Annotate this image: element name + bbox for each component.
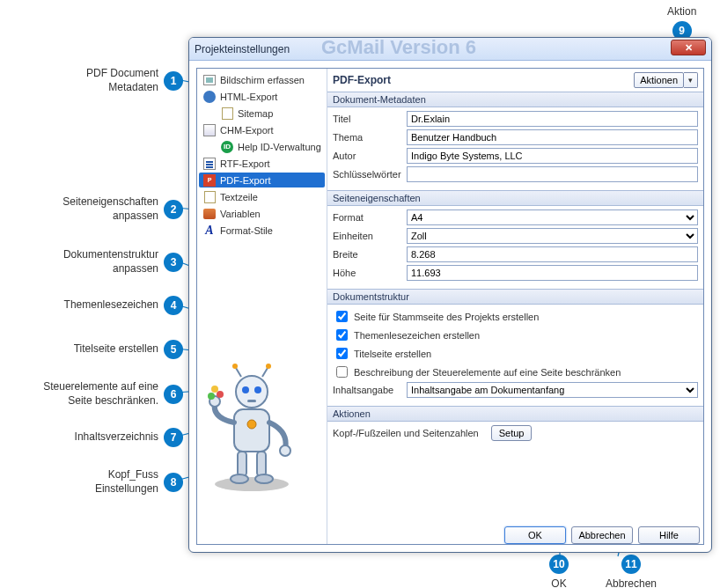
section-structure: Dokumentstruktur	[327, 289, 703, 305]
callout-7-label: Inhaltsverzeichnis	[62, 430, 158, 445]
callout-5-label: Titelseite erstellen	[53, 342, 158, 356]
callout-6-label: Steuerelemente auf eineSeite beschränken…	[26, 380, 158, 408]
actions-dropdown[interactable]: ▾	[684, 72, 698, 88]
tree-item-screen-capture[interactable]: Bildschirm erfassen	[199, 72, 325, 87]
tree-item-chm-export[interactable]: CHM-Export	[199, 122, 325, 137]
callout-10-bubble: 10	[549, 555, 569, 574]
svg-rect-26	[238, 452, 246, 476]
author-label: Autor	[333, 151, 403, 161]
callout-10-label: OK	[551, 577, 566, 588]
toc-label: Inhaltsangabe	[333, 385, 403, 395]
callout-9-label: Aktion	[667, 5, 696, 18]
content-pane: PDF-Export Aktionen ▾ Dokument-Metadaten…	[327, 69, 703, 544]
theme-input[interactable]	[407, 129, 698, 145]
keywords-input[interactable]	[407, 166, 698, 182]
chk-title-page[interactable]	[336, 348, 348, 359]
format-select[interactable]: A4	[407, 209, 698, 225]
format-label: Format	[333, 212, 403, 223]
height-label: Höhe	[333, 268, 403, 278]
chk-controls-one-page-label: Beschreibung der Steuerelemente auf eine…	[354, 367, 621, 378]
svg-line-17	[236, 368, 241, 377]
unit-select[interactable]: Zoll	[407, 228, 698, 244]
window-title: Projekteinstellungen	[195, 43, 290, 55]
tree-item-format-styles[interactable]: AFormat-Stile	[199, 223, 325, 238]
tree-item-html-export[interactable]: HTML-Export	[199, 89, 325, 104]
hf-label: Kopf-/Fußzeilen und Seitenzahlen	[333, 428, 479, 438]
chk-bookmarks[interactable]	[336, 329, 348, 341]
chk-controls-one-page[interactable]	[336, 366, 348, 378]
help-button[interactable]: Hilfe	[638, 526, 700, 544]
ok-button[interactable]: OK	[504, 526, 566, 544]
callout-5-bubble: 5	[164, 340, 183, 359]
callout-11-label: Abbrechen	[606, 577, 657, 588]
svg-point-25	[280, 445, 290, 456]
tree-item-rtf-export[interactable]: RTF-Export	[199, 156, 325, 171]
actions-button[interactable]: Aktionen	[634, 72, 684, 88]
cancel-button[interactable]: Abbrechen	[571, 526, 633, 544]
rtf-icon	[202, 157, 217, 171]
chk-title-page-label: Titelseite erstellen	[354, 349, 431, 359]
chevron-down-icon: ▾	[688, 76, 693, 85]
section-page: Seiteneigenschaften	[327, 190, 703, 206]
toc-select[interactable]: Inhaltsangabe am Dokumentanfang	[407, 382, 698, 398]
author-input[interactable]	[407, 148, 698, 164]
width-label: Breite	[333, 249, 403, 260]
svg-point-29	[255, 474, 273, 483]
chm-icon	[202, 123, 217, 137]
tree-item-help-id[interactable]: IDHelp ID-Verwaltung	[199, 139, 325, 154]
svg-point-13	[236, 376, 268, 408]
width-input[interactable]	[407, 246, 698, 262]
section-actions: Aktionen	[327, 406, 703, 422]
tree-item-pdf-export[interactable]: PPDF-Export	[199, 173, 325, 187]
robot-mascot-image	[199, 361, 305, 493]
svg-point-28	[231, 474, 248, 483]
callout-8-bubble: 8	[164, 473, 183, 492]
svg-point-24	[211, 386, 218, 393]
setup-button[interactable]: Setup	[491, 425, 533, 441]
callout-3-label: Dokumentenstrukturanpassen	[44, 248, 158, 276]
callout-8-label: Kopf_FussEinstellungen	[79, 468, 158, 496]
tree-item-sitemap[interactable]: Sitemap	[199, 106, 325, 121]
chk-root-page[interactable]	[336, 311, 348, 322]
callout-6-bubble: 6	[164, 385, 183, 404]
keywords-label: Schlüsselwörter	[333, 169, 403, 180]
behind-app-title: GcMail Version 6	[321, 36, 476, 59]
unit-label: Einheiten	[333, 231, 403, 241]
callout-2-bubble: 2	[164, 200, 183, 219]
svg-point-11	[215, 477, 289, 491]
globe-icon	[202, 90, 217, 104]
callout-3-bubble: 3	[164, 253, 183, 272]
titlebar[interactable]: Projekteinstellungen GcMail Version 6 ✕	[189, 38, 711, 61]
callout-2-label: Seiteneigenschaftenanpassen	[44, 195, 158, 223]
title-label: Titel	[333, 114, 403, 124]
content-title: PDF-Export	[333, 74, 391, 86]
svg-line-19	[262, 368, 268, 377]
svg-point-15	[254, 386, 261, 393]
callout-4-label: Themenlesezeichen	[44, 298, 158, 312]
page-icon	[220, 107, 234, 121]
svg-point-30	[247, 420, 256, 429]
svg-point-18	[232, 364, 238, 369]
screen-icon	[202, 73, 217, 87]
chk-bookmarks-label: Themenlesezeichen erstellen	[354, 330, 480, 341]
svg-point-22	[208, 393, 215, 400]
svg-point-14	[242, 386, 249, 393]
help-id-icon: ID	[220, 140, 234, 154]
svg-rect-27	[257, 452, 266, 476]
page-icon	[202, 190, 217, 204]
callout-1-bubble: 1	[164, 71, 183, 91]
section-metadata: Dokument-Metadaten	[327, 92, 703, 107]
close-icon: ✕	[685, 42, 693, 54]
svg-rect-16	[247, 400, 256, 402]
tree-item-variables[interactable]: Variablen	[199, 206, 325, 221]
callout-4-bubble: 4	[164, 296, 183, 315]
svg-point-23	[217, 391, 224, 398]
chk-root-page-label: Seite für Stammseite des Projekts erstel…	[354, 312, 539, 322]
font-icon: A	[202, 224, 217, 238]
height-input[interactable]	[407, 265, 698, 281]
tree-item-textzeile[interactable]: Textzeile	[199, 189, 325, 204]
title-input[interactable]	[407, 111, 698, 127]
close-button[interactable]: ✕	[671, 40, 706, 55]
callout-7-bubble: 7	[164, 428, 183, 447]
callout-11-bubble: 11	[621, 555, 641, 574]
